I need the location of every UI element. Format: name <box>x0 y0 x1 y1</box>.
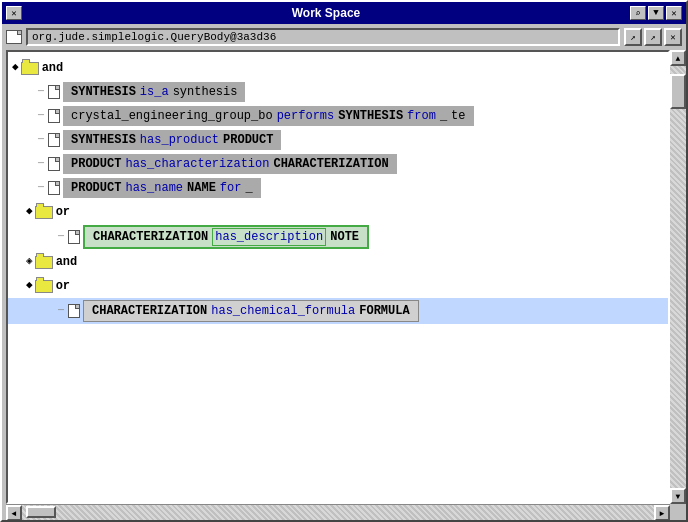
or-folder-icon <box>35 206 53 219</box>
doc-icon <box>48 109 60 123</box>
address-input[interactable]: org.jude.simplelogic.QueryBody@3a3d36 <box>26 28 620 46</box>
root-folder-icon <box>21 62 39 75</box>
scroll-right-btn[interactable]: ► <box>654 505 670 520</box>
doc-icon <box>68 304 80 318</box>
list-item: ─ SYNTHESIS is_a synthesis <box>8 80 668 104</box>
and-expand-icon-2[interactable]: ◈ <box>26 254 33 269</box>
or-label: or <box>56 204 70 221</box>
tree-and-group-2: ◈ and <box>8 250 668 274</box>
list-item: ─ CHARACTERIZATION has_chemical_formula … <box>8 298 668 324</box>
root-and-label: and <box>42 60 64 77</box>
and-folder-icon-2 <box>35 256 53 269</box>
scroll-left-btn[interactable]: ◄ <box>6 505 22 520</box>
title-bar: ✕ Work Space ⌕ ▼ ✕ <box>2 2 686 24</box>
tree-root-and: ◆ and <box>8 56 668 80</box>
or-folder-icon-2 <box>35 280 53 293</box>
close-icon[interactable]: ✕ <box>666 6 682 20</box>
scroll-down-btn[interactable]: ▼ <box>670 488 686 504</box>
list-item: ─ PRODUCT has_characterization CHARACTER… <box>8 152 668 176</box>
title-bar-close-btn[interactable]: ✕ <box>6 6 22 20</box>
doc-icon <box>48 85 60 99</box>
list-item: ─ SYNTHESIS has_product PRODUCT <box>8 128 668 152</box>
addr-btn-close[interactable]: ✕ <box>664 28 682 46</box>
root-expand-icon[interactable]: ◆ <box>12 60 19 75</box>
or-label-2: or <box>56 278 70 295</box>
stmt-box-5: PRODUCT has_name NAME for _ <box>63 178 261 199</box>
list-item: ─ crystal_engineering_group_bo performs … <box>8 104 668 128</box>
list-item: ─ PRODUCT has_name NAME for _ <box>8 176 668 200</box>
scroll-track-v <box>670 66 686 488</box>
addr-btn-2[interactable]: ↗ <box>644 28 662 46</box>
address-bar: org.jude.simplelogic.QueryBody@3a3d36 ↗ … <box>2 24 686 50</box>
addr-btn-1[interactable]: ↗ <box>624 28 642 46</box>
scroll-thumb-h[interactable] <box>26 506 56 518</box>
menu-icon[interactable]: ▼ <box>648 6 664 20</box>
stmt-box-3: SYNTHESIS has_product PRODUCT <box>63 130 281 151</box>
and-label-2: and <box>56 254 78 271</box>
doc-icon <box>48 157 60 171</box>
doc-icon <box>48 181 60 195</box>
window-title: Work Space <box>22 6 630 20</box>
search-icon[interactable]: ⌕ <box>630 6 646 20</box>
stmt-box-4: PRODUCT has_characterization CHARACTERIZ… <box>63 154 397 175</box>
tree-or-group-2: ◆ or <box>8 274 668 298</box>
doc-icon <box>68 230 80 244</box>
scroll-up-btn[interactable]: ▲ <box>670 50 686 66</box>
scroll-thumb-v[interactable] <box>670 74 686 109</box>
or-expand-icon-2[interactable]: ◆ <box>26 278 33 293</box>
list-item: ─ CHARACTERIZATION has_description NOTE <box>8 224 668 250</box>
stmt-box-2: crystal_engineering_group_bo performs SY… <box>63 106 473 127</box>
doc-icon <box>48 133 60 147</box>
stmt-box-1: SYNTHESIS is_a synthesis <box>63 82 245 103</box>
or-expand-icon[interactable]: ◆ <box>26 204 33 219</box>
tree-or-group: ◆ or <box>8 200 668 224</box>
address-doc-icon <box>6 30 22 44</box>
scroll-track-h <box>22 505 654 520</box>
stmt-box-selected: CHARACTERIZATION has_chemical_formula FO… <box>83 300 419 323</box>
stmt-box-highlighted: CHARACTERIZATION has_description NOTE <box>83 225 369 250</box>
scrollbar-horizontal: ◄ ► <box>6 504 670 520</box>
tree-panel: ◆ and ─ SYNTHESIS i <box>6 50 670 504</box>
scrollbar-vertical: ▲ ▼ <box>670 50 686 504</box>
